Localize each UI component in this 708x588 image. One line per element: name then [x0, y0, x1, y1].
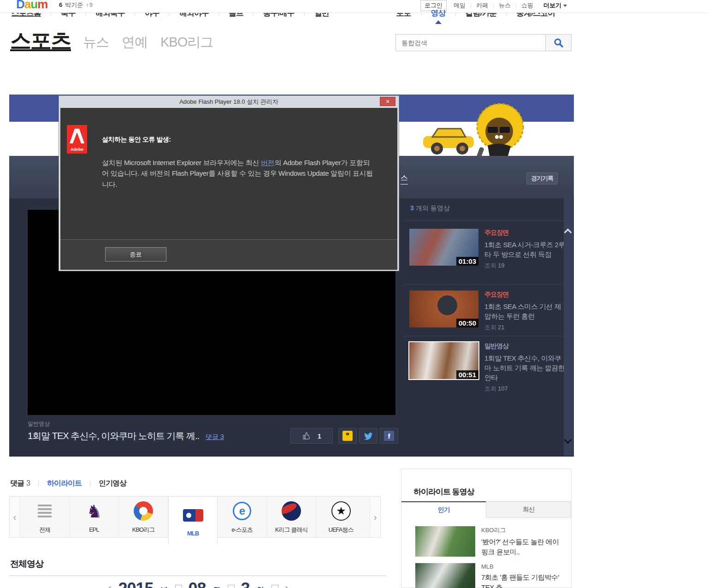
dialog-titlebar[interactable]: Adobe Flash Player 18.0 설치 관리자 [59, 96, 399, 108]
dialog-error-heading: 설치하는 동안 오류 발생: [102, 136, 171, 144]
video-thumbnail[interactable]: 00:51 [409, 342, 478, 379]
highlight-thumbnail[interactable] [415, 563, 475, 588]
date-year-suffix: 년 [161, 586, 168, 588]
video-count-number: 3 [410, 204, 414, 212]
scroll-up-icon[interactable] [564, 229, 572, 237]
video-list-item[interactable]: 00:50 주요장면 1회초 SEA 스미스 기선 제압하는 투런 홈런 조회2… [409, 291, 566, 337]
date-next-icon[interactable]: › [285, 580, 289, 588]
month-dropdown[interactable] [228, 585, 235, 588]
league-epl[interactable]: ♞ EPL [70, 497, 119, 537]
ticker-rank: 6 [59, 1, 62, 8]
adobe-wordmark: Adobe [71, 147, 83, 152]
share-buttons: ❞ f [338, 428, 398, 444]
year-dropdown[interactable] [175, 585, 182, 588]
kbo-logo-icon [134, 501, 153, 521]
epl-lion-icon: ♞ [86, 503, 101, 520]
search-button[interactable] [545, 34, 572, 51]
sports-title[interactable]: 스포츠 [10, 27, 71, 55]
like-button[interactable]: 1 [290, 428, 333, 444]
highlight-category: MLB [481, 563, 564, 570]
tab-popular[interactable]: 인기영상 [99, 479, 126, 488]
scroll-down-icon[interactable] [564, 436, 572, 444]
entertain-service-link[interactable]: 연예 [122, 33, 148, 52]
thumbs-up-icon [302, 431, 311, 440]
news-link[interactable]: 뉴스 [494, 0, 516, 11]
video-category: 주요장면 [484, 229, 565, 237]
highlight-item[interactable]: KBO리그 '봤어?' 선수들도 놀란 에이핑크 윤보미.. [415, 526, 564, 558]
game-record-button[interactable]: 경기기록 [526, 172, 558, 184]
league-label: EPL [89, 526, 99, 533]
video-list-item[interactable]: 01:03 주요장면 1회초 SEA 시거-크루즈 2루타 두 방으로 선취 득… [409, 229, 566, 280]
league-label: UEFA챔스 [329, 526, 354, 534]
date-prev-icon[interactable]: ‹ [107, 580, 112, 588]
version-link[interactable]: 버전 [261, 159, 274, 166]
league-label: MLB [187, 530, 199, 537]
daum-logo[interactable]: Daum [16, 0, 47, 12]
carousel-next-button[interactable]: › [370, 497, 380, 537]
kbo-service-link[interactable]: KBO리그 [160, 33, 213, 52]
highlight-thumbnail[interactable] [415, 526, 475, 557]
kakao-share-button[interactable]: ❞ [338, 428, 357, 444]
date-year: 2015 [118, 579, 153, 588]
cafe-link[interactable]: 카페 [471, 0, 493, 11]
league-esports[interactable]: e e-스포츠 [218, 497, 267, 537]
nav-video-label: 영상 [431, 9, 446, 18]
bottom-tabs: 댓글3 하이라이트 인기영상 [10, 479, 126, 488]
video-list-item-selected[interactable]: 00:51 일반영상 1회말 TEX 추신수, 이와쿠마 노히트 기록 깨는 깔… [409, 342, 566, 398]
league-kleague[interactable]: K리그 클래식 [267, 497, 316, 537]
exit-button[interactable]: 종료 [105, 247, 166, 261]
league-all[interactable]: 전체 [20, 497, 70, 537]
search-input[interactable] [395, 34, 545, 51]
close-icon: ✕ [385, 99, 389, 105]
tab-comments[interactable]: 댓글3 [10, 479, 30, 488]
tab-highlight[interactable]: 하이라이트 [47, 479, 82, 488]
video-list-scrollbar[interactable] [564, 198, 573, 456]
highlight-videos-panel: 하이라이트 동영상 인기 최신 KBO리그 '봤어?' 선수들도 놀란 에이핑크… [401, 469, 572, 588]
tab-latest-highlight[interactable]: 최신 [486, 501, 571, 518]
day-dropdown[interactable] [271, 585, 278, 588]
comments-link[interactable]: 댓글 3 [206, 433, 224, 441]
adobe-a-icon [67, 128, 87, 144]
tab-popular-highlight[interactable]: 인기 [401, 501, 486, 518]
facebook-share-button[interactable]: f [380, 428, 398, 444]
highlight-title: '봤어?' 선수들도 놀란 에이핑크 윤보미.. [481, 537, 564, 557]
carousel-prev-button[interactable]: ‹ [10, 497, 20, 537]
date-day-suffix: 일 [257, 586, 264, 588]
league-label: 전체 [39, 526, 50, 534]
video-thumbnail[interactable]: 01:03 [409, 229, 478, 266]
current-video-title: 1회말 TEX 추신수, 이와쿠마 노히트 기록 께.. [28, 430, 199, 442]
dialog-body: Adobe 설치하는 동안 오류 발생: 설치된 Microsoft Inter… [60, 108, 397, 239]
highlight-category: KBO리그 [481, 526, 564, 535]
highlight-tabs: 인기 최신 [401, 501, 571, 518]
kakao-icon: ❞ [342, 431, 353, 441]
realtime-ticker[interactable]: 6박기준↑9 [59, 1, 93, 9]
video-title: 1회초 SEA 스미스 기선 제압하는 투런 홈런 [484, 302, 565, 321]
shopping-link[interactable]: 쇼핑 [516, 0, 538, 11]
divider [9, 576, 386, 576]
twitter-share-button[interactable] [359, 428, 378, 444]
video-thumbnail[interactable]: 00:50 [409, 291, 478, 327]
video-title: 1회초 SEA 시거-크루즈 2루타 두 방으로 선취 득점 [484, 240, 565, 259]
league-kbo[interactable]: KBO리그 [119, 497, 168, 537]
dialog-close-button[interactable]: ✕ [380, 97, 395, 106]
dialog-error-message: 설치된 Microsoft Internet Explorer 브라우저에는 최… [102, 157, 375, 190]
video-duration: 00:51 [456, 370, 478, 379]
more-menu[interactable]: 더보기 [538, 0, 572, 11]
match-title-partial[interactable]: 스 [401, 173, 408, 184]
video-title: 1회말 TEX 추신수, 이와쿠마 노히트 기록 깨는 깔끔한 안타 [484, 353, 565, 382]
logo-letter: a [24, 0, 30, 12]
highlight-item[interactable]: MLB 7회초 '홈 팬들도 기립박수' TEX 추... [415, 563, 564, 588]
current-video-category: 일반영상 [28, 420, 50, 428]
logo-letter: D [16, 0, 24, 12]
league-mlb-active[interactable]: MLB [168, 497, 218, 545]
highlight-title: 7회초 '홈 팬들도 기립박수' TEX 추... [481, 572, 564, 588]
logo-letter: u [30, 0, 37, 12]
league-uefa[interactable]: ★ UEFA챔스 [316, 497, 366, 537]
date-month-suffix: 월 [213, 586, 220, 588]
video-duration: 00:50 [456, 319, 478, 327]
league-label: KBO리그 [132, 526, 154, 534]
service-links: 뉴스 연예 KBO리그 [83, 33, 213, 52]
nav-video[interactable]: 영상 [421, 8, 455, 18]
news-service-link[interactable]: 뉴스 [83, 33, 109, 52]
date-picker: ‹ 2015 년 08 월 3 일 › [74, 579, 323, 588]
